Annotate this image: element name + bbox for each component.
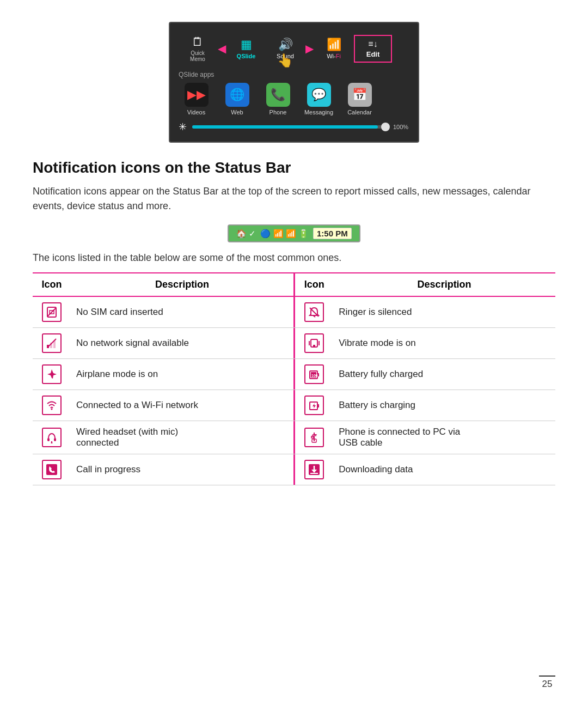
statusbar-time: 1:50 PM (313, 228, 352, 239)
desc-no-sim: No SIM card inserted (71, 296, 293, 328)
arrow-right-icon: ▶ (305, 42, 314, 55)
wifi-ctrl[interactable]: 📶 Wi-Fi (315, 34, 353, 63)
qslide-ctrl[interactable]: ▦ QSlide (227, 34, 265, 63)
statusbar-left-icons: 🏠 ✓ (236, 229, 256, 239)
desc-vibrate: Vibrate mode is on (333, 328, 555, 359)
edit-ctrl[interactable]: ≡↓ Edit (354, 35, 392, 63)
desc-usb: Phone is connected to PC viaUSB cable (333, 421, 555, 454)
desc-airplane: Airplane mode is on (71, 359, 293, 390)
icon-download (304, 460, 324, 479)
icons-table-wrapper: Icon Description Icon Description (33, 272, 555, 485)
icons-table: Icon Description Icon Description (33, 273, 555, 485)
svg-rect-19 (317, 404, 319, 407)
icon-no-sim (42, 302, 62, 322)
icon-battery-charging (304, 395, 324, 415)
col-header-icon2: Icon (295, 273, 333, 296)
desc-no-signal: No network signal available (71, 328, 293, 359)
desc-wifi: Connected to a Wi-Fi network (71, 390, 293, 421)
svg-line-1 (47, 308, 56, 317)
table-row: No SIM card inserted Ringer is silenced (33, 296, 555, 328)
col-header-icon1: Icon (33, 273, 71, 296)
table-row: Wired headset (with mic)connected (33, 421, 555, 454)
app-messaging[interactable]: 💬 Messaging (301, 83, 336, 115)
common-icons-label: The icons listed in the table below are … (33, 252, 555, 264)
table-row: Call in progress Downloading data (33, 454, 555, 485)
desc-battery-charging: Battery is charging (333, 390, 555, 421)
quick-memo-ctrl[interactable]: 🗒 QuickMemo (179, 32, 217, 65)
section-heading: Notification icons on the Status Bar (33, 159, 555, 176)
table-row: Connected to a Wi-Fi network Battery is … (33, 390, 555, 421)
app-videos[interactable]: ▶▶ Videos (179, 83, 214, 115)
svg-text:100: 100 (311, 374, 318, 378)
svg-point-23 (51, 442, 53, 444)
phone-screenshot: 🗒 QuickMemo ◀ ▦ QSlide 🔊 Sound 👆 ▶ 📶 Wi-… (169, 22, 419, 143)
desc-headset: Wired headset (with mic)connected (71, 421, 293, 454)
icon-ringer-silenced (304, 302, 324, 322)
section-description: Notification icons appear on the Status … (33, 184, 555, 214)
icon-no-signal (42, 333, 62, 353)
brightness-percent: 100% (393, 124, 409, 130)
desc-call: Call in progress (71, 454, 293, 485)
svg-rect-32 (46, 464, 57, 475)
app-calendar[interactable]: 📅 Calendar (342, 83, 377, 115)
col-header-desc2: Description (333, 273, 555, 296)
svg-rect-20 (47, 438, 50, 441)
svg-marker-31 (315, 434, 317, 436)
table-row: No network signal available Vibrate mode… (33, 328, 555, 359)
qslide-apps-label: QSlide apps (179, 71, 409, 78)
statusbar-center-icons: 🔵 📶 📶 🔋 (260, 229, 309, 239)
desc-download: Downloading data (333, 454, 555, 485)
icon-usb (304, 428, 324, 447)
page-number: 25 (539, 675, 555, 690)
icon-call (42, 460, 62, 479)
icon-vibrate (304, 333, 324, 353)
table-row: Airplane mode is on 100 Battery fully ch… (33, 359, 555, 390)
svg-rect-21 (54, 438, 56, 441)
svg-rect-29 (311, 436, 314, 438)
icon-battery-full: 100 (304, 364, 324, 384)
sound-ctrl[interactable]: 🔊 Sound 👆 (266, 34, 304, 63)
brightness-icon: ✳ (179, 121, 187, 133)
app-phone[interactable]: 📞 Phone (260, 83, 296, 115)
icon-headset (42, 428, 62, 447)
arrow-left-icon: ◀ (218, 42, 226, 55)
statusbar-sample: 🏠 ✓ 🔵 📶 📶 🔋 1:50 PM (33, 224, 555, 242)
desc-ringer-silenced: Ringer is silenced (333, 296, 555, 328)
svg-rect-12 (313, 345, 315, 346)
icon-airplane (42, 364, 62, 384)
icon-wifi (42, 395, 62, 415)
app-web[interactable]: 🌐 Web (219, 83, 255, 115)
svg-point-17 (51, 409, 53, 410)
col-header-desc1: Description (71, 273, 293, 296)
desc-battery-full: Battery fully charged (333, 359, 555, 390)
